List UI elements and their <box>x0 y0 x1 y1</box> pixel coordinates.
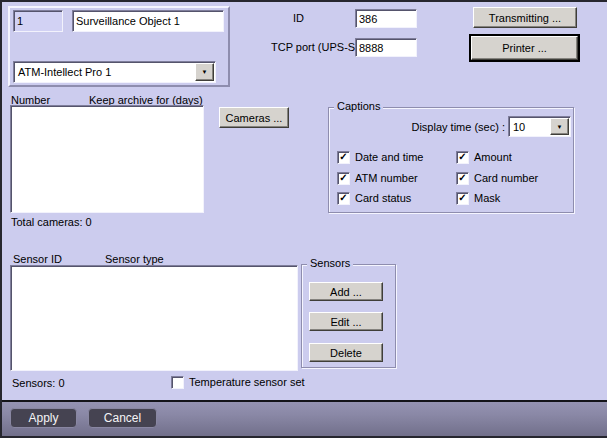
checkbox-row-date-and-time[interactable]: ✓ Date and time <box>337 150 423 164</box>
id-field[interactable] <box>355 9 417 28</box>
object-type-value: ATM-Intellect Pro 1 <box>18 66 111 78</box>
delete-sensor-button[interactable]: Delete <box>309 343 383 362</box>
checkbox-mask[interactable]: ✓ <box>456 192 469 205</box>
object-name-field[interactable] <box>72 10 224 32</box>
display-time-value: 10 <box>513 121 525 133</box>
printer-button[interactable]: Printer ... <box>471 36 578 60</box>
checkbox-atm-number[interactable]: ✓ <box>337 172 350 185</box>
checkbox-date-and-time[interactable]: ✓ <box>337 151 350 164</box>
apply-button[interactable]: Apply <box>10 408 77 428</box>
footer-bar: Apply Cancel <box>0 400 607 438</box>
object-type-combobox[interactable]: ATM-Intellect Pro 1 ▼ <box>13 61 216 83</box>
add-sensor-button[interactable]: Add ... <box>309 282 383 301</box>
id-label: ID <box>293 12 304 25</box>
checkbox-label: ATM number <box>355 172 418 184</box>
checkbox-label: Temperature sensor set <box>189 376 305 388</box>
chevron-down-icon[interactable]: ▼ <box>195 63 214 81</box>
printer-button-frame: Printer ... <box>469 34 580 62</box>
window-border-left <box>0 0 2 438</box>
checkbox-card-status[interactable]: ✓ <box>337 192 350 205</box>
sensors-count-label: Sensors: 0 <box>12 377 65 390</box>
checkbox-row-mask[interactable]: ✓ Mask <box>456 191 500 205</box>
display-time-combobox[interactable]: 10 ▼ <box>508 116 571 137</box>
window-border-top <box>0 0 607 2</box>
checkbox-temperature-sensor[interactable] <box>171 376 184 389</box>
checkbox-card-number[interactable]: ✓ <box>456 172 469 185</box>
checkbox-row-temperature-sensor[interactable]: Temperature sensor set <box>171 375 305 389</box>
captions-group-title: Captions <box>334 100 383 113</box>
total-cameras-label: Total cameras: 0 <box>11 216 92 229</box>
display-time-label: Display time (sec) : <box>409 121 505 134</box>
checkbox-label: Card number <box>474 172 538 184</box>
checkbox-label: Date and time <box>355 151 423 163</box>
checkbox-row-card-status[interactable]: ✓ Card status <box>337 191 411 205</box>
checkbox-row-card-number[interactable]: ✓ Card number <box>456 171 538 185</box>
edit-sensor-button[interactable]: Edit ... <box>309 312 383 331</box>
sensors-group-title: Sensors <box>307 257 353 270</box>
chevron-down-icon[interactable]: ▼ <box>550 118 569 135</box>
checkbox-label: Mask <box>474 192 500 204</box>
sensor-list[interactable] <box>10 265 298 371</box>
camera-list[interactable] <box>10 105 204 213</box>
tcp-port-field[interactable] <box>355 38 417 57</box>
object-number-field[interactable] <box>13 10 63 32</box>
checkbox-row-atm-number[interactable]: ✓ ATM number <box>337 171 418 185</box>
cancel-button[interactable]: Cancel <box>88 408 157 428</box>
surveillance-object-panel: ATM-Intellect Pro 1 ▼ ID TCP port (UPS-S… <box>0 0 607 438</box>
checkbox-row-amount[interactable]: ✓ Amount <box>456 150 512 164</box>
cameras-button[interactable]: Cameras ... <box>219 107 289 128</box>
checkbox-label: Card status <box>355 192 411 204</box>
checkbox-amount[interactable]: ✓ <box>456 151 469 164</box>
checkbox-label: Amount <box>474 151 512 163</box>
transmitting-button[interactable]: Transmitting ... <box>473 7 577 28</box>
